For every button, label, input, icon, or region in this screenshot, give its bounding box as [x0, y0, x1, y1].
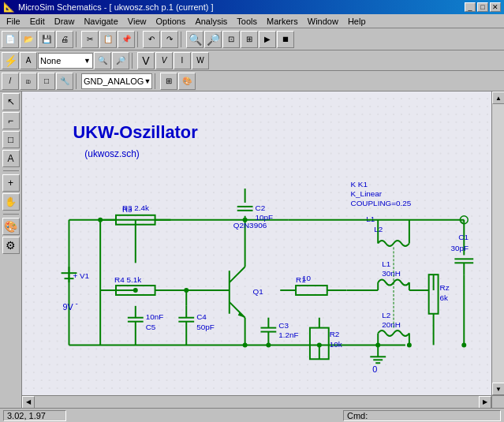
svg-point-110 [243, 342, 248, 347]
menu-tools[interactable]: Tools [232, 16, 262, 27]
menu-navigate[interactable]: Navigate [79, 16, 122, 27]
separator1 [76, 32, 79, 47]
title-bar-buttons: _ □ ✕ [465, 2, 501, 12]
svg-text:6k: 6k [440, 293, 449, 302]
draw-box[interactable]: □ [38, 73, 55, 90]
tb2-btn4[interactable]: 🔎 [112, 52, 129, 69]
menu-file[interactable]: File [2, 16, 25, 27]
zoom-out-button[interactable]: 🔎 [204, 31, 222, 48]
tb2-btn1[interactable]: ⚡ [2, 52, 19, 69]
lt-box[interactable]: □ [2, 131, 20, 148]
separator2 [137, 32, 140, 47]
svg-point-111 [133, 288, 138, 293]
schematic-canvas[interactable]: UKW-Oszillator (ukwosz.sch) + V1 9V - [22, 91, 491, 395]
svg-text:10k: 10k [330, 340, 342, 349]
tb2-btn3[interactable]: 🔍 [94, 52, 111, 69]
bottom-area: ◀ ▶ [22, 395, 504, 408]
svg-point-114 [317, 342, 322, 347]
svg-point-112 [184, 288, 189, 293]
undo-button[interactable]: ↶ [143, 31, 160, 48]
schematic-svg: UKW-Oszillator (ukwosz.sch) + V1 9V - [22, 91, 491, 395]
separator6 [155, 73, 158, 89]
paste-button[interactable]: 📌 [118, 31, 135, 48]
gnd-dropdown[interactable]: GND_ANALOG ▼ [81, 73, 152, 89]
svg-text:K_Linear: K_Linear [350, 189, 382, 198]
svg-text:50pF: 50pF [196, 323, 215, 331]
svg-point-109 [243, 218, 248, 222]
minimize-button[interactable]: _ [465, 2, 476, 12]
scroll-up-button[interactable]: ▲ [492, 91, 504, 104]
new-button[interactable]: 📄 [2, 31, 19, 48]
lt-select[interactable]: ↖ [2, 93, 20, 110]
tb3-btn1[interactable]: ⊞ [160, 73, 177, 90]
menu-markers[interactable]: Markers [262, 16, 303, 27]
draw-wire[interactable]: ⎄ [20, 73, 37, 90]
menu-help[interactable]: Help [343, 16, 371, 27]
lt-text[interactable]: A [2, 150, 20, 167]
separator4 [132, 53, 135, 69]
svg-text:C4: C4 [196, 312, 207, 321]
scroll-track-v[interactable] [492, 104, 504, 383]
svg-text:COUPLING=0.25: COUPLING=0.25 [350, 199, 411, 207]
svg-text:1.2nF: 1.2nF [278, 331, 298, 339]
tb3-btn2[interactable]: 🎨 [178, 73, 196, 90]
tb2-btn7[interactable]: I [174, 52, 191, 69]
menu-edit[interactable]: Edit [25, 16, 50, 27]
toolbar-row2: ⚡ A None ▼ 🔍 🔎 V V I W [0, 50, 504, 71]
svg-text:20nH: 20nH [382, 320, 401, 329]
menu-draw[interactable]: Draw [50, 16, 80, 27]
svg-text:+ V1: + V1 [73, 271, 89, 280]
tb2-btn8[interactable]: W [192, 52, 209, 69]
status-bar: 3.02, 1.97 Cmd: [0, 408, 504, 422]
tb2-btn2[interactable]: A [20, 52, 37, 69]
print-button[interactable]: 🖨 [56, 31, 73, 48]
svg-text:R2: R2 [330, 330, 340, 338]
net-dropdown-value: None [40, 56, 61, 65]
tb2-btn6[interactable]: V [155, 52, 173, 69]
close-button[interactable]: ✕ [490, 2, 501, 12]
draw-line[interactable]: / [2, 73, 19, 90]
stop-button[interactable]: ⏹ [277, 31, 294, 48]
cut-button[interactable]: ✂ [81, 31, 99, 48]
net-dropdown[interactable]: None ▼ [38, 53, 93, 69]
horizontal-scrollbar[interactable]: ◀ ▶ [22, 395, 491, 408]
lt-pan[interactable]: ✋ [2, 193, 20, 211]
lt-wire[interactable]: ⌐ [2, 112, 20, 129]
draw-component[interactable]: 🔧 [56, 73, 73, 90]
save-button[interactable]: 💾 [38, 31, 55, 48]
lt-color[interactable]: 🎨 [2, 218, 20, 235]
menu-view[interactable]: View [123, 16, 151, 27]
svg-text:Q1: Q1 [253, 287, 264, 296]
tb2-btn5[interactable]: V [137, 52, 155, 69]
svg-point-115 [375, 342, 380, 347]
scroll-left-button[interactable]: ◀ [22, 396, 35, 409]
zoom-in-button[interactable]: 🔍 [186, 31, 203, 48]
run-button[interactable]: ▶ [259, 31, 276, 48]
svg-text:C3: C3 [278, 321, 289, 330]
svg-text:C1: C1 [458, 233, 469, 241]
canvas-scroll-area: UKW-Oszillator (ukwosz.sch) + V1 9V - [22, 91, 504, 408]
lt-sep2 [3, 214, 19, 215]
zoom-fit-button[interactable]: ⊡ [222, 31, 240, 48]
redo-button[interactable]: ↷ [161, 31, 178, 48]
scroll-down-button[interactable]: ▼ [492, 383, 504, 395]
svg-text:UKW-Oszillator: UKW-Oszillator [73, 122, 198, 142]
lt-sep1 [3, 170, 19, 171]
open-button[interactable]: 📂 [20, 31, 37, 48]
copy-button[interactable]: 📋 [99, 31, 117, 48]
menu-options[interactable]: Options [151, 16, 190, 27]
maximize-button[interactable]: □ [477, 2, 488, 12]
menu-analysis[interactable]: Analysis [190, 16, 232, 27]
lt-settings[interactable]: ⚙ [2, 237, 20, 254]
coordinates-text: 3.02, 1.97 [7, 411, 46, 420]
vertical-scrollbar[interactable]: ▲ ▼ [491, 91, 504, 395]
svg-text:10nF: 10nF [146, 312, 164, 321]
svg-text:9V: 9V [63, 302, 74, 312]
zoom-box-button[interactable]: ⊞ [241, 31, 258, 48]
svg-text:Q2N3906: Q2N3906 [233, 221, 267, 230]
scroll-right-button[interactable]: ▶ [479, 396, 491, 409]
menu-window[interactable]: Window [303, 16, 343, 27]
lt-zoom[interactable]: + [2, 174, 20, 192]
content-area: ↖ ⌐ □ A + ✋ 🎨 ⚙ [0, 91, 504, 408]
svg-text:C2: C2 [256, 204, 266, 212]
